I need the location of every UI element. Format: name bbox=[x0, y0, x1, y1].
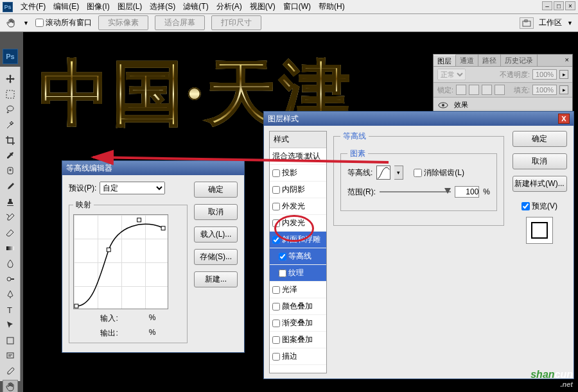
document-icon[interactable]: Ps bbox=[3, 49, 18, 64]
tab-layers[interactable]: 图层 bbox=[434, 55, 456, 66]
svg-rect-17 bbox=[137, 218, 141, 222]
style-item-outer-glow[interactable]: 外发光 bbox=[270, 198, 326, 215]
workspace-dropdown[interactable]: ▼ bbox=[567, 20, 573, 26]
hand-tool[interactable] bbox=[3, 380, 18, 392]
tab-channels[interactable]: 通道 bbox=[456, 55, 478, 66]
style-list-header[interactable]: 样式 bbox=[270, 132, 326, 148]
pen-tool[interactable] bbox=[3, 287, 18, 302]
menu-view[interactable]: 视图(V) bbox=[246, 0, 279, 14]
path-select-tool[interactable] bbox=[3, 318, 18, 332]
brush-tool[interactable] bbox=[3, 180, 18, 194]
lock-position-icon[interactable] bbox=[482, 85, 492, 95]
contour-load-button[interactable]: 载入(L)... bbox=[194, 226, 238, 243]
gradient-tool[interactable] bbox=[3, 241, 18, 255]
eyedropper2-tool[interactable] bbox=[3, 364, 18, 379]
style-item-color-overlay[interactable]: 颜色叠加 bbox=[270, 298, 326, 315]
menu-window[interactable]: 窗口(W) bbox=[279, 0, 315, 14]
menu-image[interactable]: 图像(I) bbox=[83, 0, 113, 14]
blur-tool[interactable] bbox=[3, 257, 18, 271]
style-item-contour[interactable]: 等高线 bbox=[270, 248, 326, 265]
scroll-all-checkbox[interactable]: 滚动所有窗口 bbox=[35, 17, 92, 28]
fill-input[interactable] bbox=[532, 85, 557, 95]
style-list: 样式 混合选项:默认 投影 内阴影 外发光 内发光 斜面和浮雕 等高线 纹理 光… bbox=[269, 131, 327, 373]
eraser-tool[interactable] bbox=[3, 226, 18, 240]
layerstyle-newstyle-button[interactable]: 新建样式(W)... bbox=[512, 176, 567, 192]
preview-thumbnail bbox=[526, 217, 553, 244]
style-item-drop-shadow[interactable]: 投影 bbox=[270, 165, 326, 182]
menu-file[interactable]: 文件(F) bbox=[17, 0, 49, 14]
contour-editor-title: 等高线编辑器 bbox=[66, 163, 112, 174]
effects-label: 效果 bbox=[454, 100, 468, 110]
style-item-pattern-overlay[interactable]: 图案叠加 bbox=[270, 332, 326, 348]
lock-all-icon[interactable] bbox=[495, 85, 505, 95]
layer-style-close-button[interactable]: X bbox=[558, 114, 570, 124]
move-tool[interactable] bbox=[3, 72, 18, 86]
style-item-satin[interactable]: 光泽 bbox=[270, 282, 326, 298]
layer-style-titlebar[interactable]: 图层样式 X bbox=[264, 112, 574, 126]
healing-tool[interactable] bbox=[3, 164, 18, 178]
hand-tool-icon[interactable] bbox=[5, 17, 17, 29]
minimize-button[interactable]: – bbox=[542, 1, 552, 10]
lasso-tool[interactable] bbox=[3, 103, 18, 117]
range-label: 范围(R): bbox=[347, 187, 376, 198]
opacity-input[interactable] bbox=[532, 69, 557, 80]
fill-arrow[interactable]: ▸ bbox=[559, 85, 568, 94]
style-item-gradient-overlay[interactable]: 渐变叠加 bbox=[270, 315, 326, 332]
shape-tool[interactable] bbox=[3, 334, 18, 348]
panel-close[interactable]: × bbox=[562, 55, 572, 66]
curve-editor[interactable] bbox=[73, 214, 168, 309]
antialias-checkbox[interactable]: 消除锯齿(L) bbox=[414, 167, 464, 178]
blend-options-item[interactable]: 混合选项:默认 bbox=[270, 148, 326, 165]
history-brush-tool[interactable] bbox=[3, 210, 18, 225]
preview-checkbox[interactable]: 预览(V) bbox=[521, 201, 557, 212]
eyedropper-tool[interactable] bbox=[3, 149, 18, 163]
style-item-texture[interactable]: 纹理 bbox=[270, 265, 326, 282]
preset-select[interactable]: 自定 bbox=[100, 182, 165, 194]
menu-filter[interactable]: 滤镜(T) bbox=[179, 0, 212, 14]
stamp-tool[interactable] bbox=[3, 195, 18, 209]
visibility-icon[interactable] bbox=[437, 101, 449, 109]
tab-paths[interactable]: 路径 bbox=[478, 55, 501, 66]
style-item-stroke[interactable]: 描边 bbox=[270, 348, 326, 365]
layerstyle-ok-button[interactable]: 确定 bbox=[512, 131, 567, 147]
dropdown-arrow[interactable]: ▼ bbox=[23, 20, 29, 26]
menu-layer[interactable]: 图层(L) bbox=[114, 0, 146, 14]
style-item-bevel[interactable]: 斜面和浮雕 bbox=[270, 232, 326, 248]
svg-rect-16 bbox=[107, 248, 110, 251]
menu-edit[interactable]: 编辑(E) bbox=[49, 0, 83, 14]
mapping-legend: 映射 bbox=[73, 200, 94, 210]
menu-select[interactable]: 选择(S) bbox=[146, 0, 179, 14]
range-input[interactable] bbox=[455, 186, 479, 198]
contour-thumbnail[interactable] bbox=[376, 166, 390, 180]
lock-transparency-icon[interactable] bbox=[456, 85, 466, 95]
blend-mode-select[interactable]: 正常 bbox=[437, 69, 466, 80]
lock-paint-icon[interactable] bbox=[469, 85, 479, 95]
contour-editor-titlebar[interactable]: 等高线编辑器 bbox=[62, 161, 244, 175]
contour-save-button[interactable]: 存储(S)... bbox=[194, 249, 238, 265]
style-item-inner-glow[interactable]: 内发光 bbox=[270, 215, 326, 232]
opacity-arrow[interactable]: ▸ bbox=[559, 70, 568, 79]
restore-button[interactable]: □ bbox=[554, 1, 564, 10]
menu-help[interactable]: 帮助(H) bbox=[315, 0, 349, 14]
wand-tool[interactable] bbox=[3, 118, 18, 132]
print-size-button[interactable]: 打印尺寸 bbox=[211, 15, 261, 30]
goto-bridge-icon[interactable] bbox=[520, 17, 534, 29]
contour-cancel-button[interactable]: 取消 bbox=[194, 204, 238, 220]
style-item-inner-shadow[interactable]: 内阴影 bbox=[270, 182, 326, 198]
tab-history[interactable]: 历史记录 bbox=[501, 55, 538, 66]
crop-tool[interactable] bbox=[3, 133, 18, 148]
contour-editor-dialog: 等高线编辑器 预设(P): 自定 映射 bbox=[62, 160, 245, 353]
range-slider[interactable] bbox=[380, 187, 451, 196]
actual-pixels-button[interactable]: 实际像素 bbox=[98, 15, 148, 30]
contour-new-button[interactable]: 新建... bbox=[194, 271, 238, 287]
layerstyle-cancel-button[interactable]: 取消 bbox=[512, 153, 567, 169]
contour-dropdown-arrow[interactable]: ▾ bbox=[394, 166, 403, 180]
menu-analysis[interactable]: 分析(A) bbox=[213, 0, 246, 14]
dodge-tool[interactable] bbox=[3, 272, 18, 286]
fit-screen-button[interactable]: 适合屏幕 bbox=[155, 15, 205, 30]
close-button[interactable]: × bbox=[565, 1, 575, 10]
marquee-tool[interactable] bbox=[3, 87, 18, 101]
notes-tool[interactable] bbox=[3, 349, 18, 363]
contour-ok-button[interactable]: 确定 bbox=[194, 182, 238, 198]
type-tool[interactable]: T bbox=[3, 303, 18, 317]
